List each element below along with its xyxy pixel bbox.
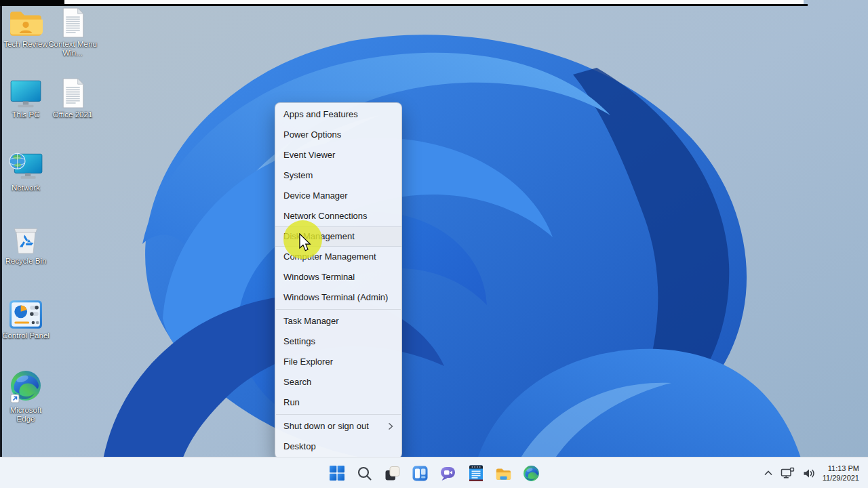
notepad-icon xyxy=(468,464,484,482)
menu-item-power-options[interactable]: Power Options xyxy=(275,125,401,145)
search-icon xyxy=(357,466,372,481)
widgets-button[interactable] xyxy=(412,465,429,482)
menu-item-system[interactable]: System xyxy=(275,165,401,186)
taskbar: 11:13 PM 11/29/2021 xyxy=(0,457,868,488)
desktop-icon-label: Network xyxy=(12,184,40,192)
this-pc-icon xyxy=(9,76,43,108)
top-dark-strip xyxy=(64,4,808,6)
taskbar-center-group xyxy=(0,458,868,488)
desktop-icon-context-menu-doc[interactable]: Context Menu Win... xyxy=(46,5,99,58)
chevron-right-icon xyxy=(388,422,393,430)
menu-item-device-manager[interactable]: Device Manager xyxy=(275,186,401,206)
clock-time: 11:13 PM xyxy=(823,464,859,473)
menu-item-shut-down-or-sign-out[interactable]: Shut down or sign out xyxy=(275,416,401,436)
menu-item-label: Shut down or sign out xyxy=(283,416,369,436)
network-tray-button[interactable] xyxy=(781,467,795,479)
chat-icon xyxy=(439,465,456,482)
network-tray-icon xyxy=(781,467,795,479)
start-button[interactable] xyxy=(328,465,345,482)
menu-item-search[interactable]: Search xyxy=(275,372,401,392)
chevron-up-icon xyxy=(764,470,773,476)
menu-separator xyxy=(276,309,401,310)
shared-folder-icon xyxy=(9,5,43,38)
desktop-icon-this-pc[interactable]: This PC xyxy=(0,76,52,119)
search-button[interactable] xyxy=(356,465,373,482)
desktop-icon-label: This PC xyxy=(12,110,40,119)
desktop-icon-tech-review[interactable]: Tech Review xyxy=(0,5,52,49)
notepad-button[interactable] xyxy=(467,465,484,482)
file-explorer-button[interactable] xyxy=(495,465,512,482)
desktop-icon-label: Context Menu Win... xyxy=(47,40,98,58)
menu-item-windows-terminal-admin[interactable]: Windows Terminal (Admin) xyxy=(275,287,401,308)
text-document-icon xyxy=(61,5,85,38)
text-document-icon xyxy=(61,76,85,108)
edge-icon xyxy=(523,465,540,482)
menu-item-desktop[interactable]: Desktop xyxy=(275,436,401,457)
system-tray: 11:13 PM 11/29/2021 xyxy=(764,458,868,488)
menu-item-file-explorer[interactable]: File Explorer xyxy=(275,352,401,372)
edge-taskbar-button[interactable] xyxy=(523,465,540,482)
menu-item-windows-terminal[interactable]: Windows Terminal xyxy=(275,267,401,287)
edge-icon xyxy=(9,371,42,404)
desktop-icon-recycle-bin[interactable]: Recycle Bin xyxy=(0,222,52,266)
desktop-icon-network[interactable]: Network xyxy=(0,149,52,192)
task-view-icon xyxy=(384,465,401,482)
desktop-icon-label: Tech Review xyxy=(3,40,47,49)
clock-date: 11/29/2021 xyxy=(823,473,859,483)
volume-icon xyxy=(802,468,815,479)
mouse-cursor-arrow xyxy=(298,233,312,253)
winx-context-menu: Apps and Features Power Options Event Vi… xyxy=(275,102,402,459)
windows-11-desktop: Tech Review Context Menu Win... xyxy=(0,0,868,488)
desktop-icon-label: Microsoft Edge xyxy=(0,406,52,424)
chat-button[interactable] xyxy=(439,465,456,482)
wallpaper-bloom xyxy=(0,0,868,488)
network-icon xyxy=(8,149,43,182)
menu-item-apps-and-features[interactable]: Apps and Features xyxy=(275,104,401,125)
menu-item-settings[interactable]: Settings xyxy=(275,331,401,352)
recycle-bin-icon xyxy=(12,222,40,255)
file-explorer-icon xyxy=(495,466,512,481)
desktop-icon-control-panel[interactable]: Control Panel xyxy=(0,297,52,340)
start-icon xyxy=(329,465,345,481)
taskbar-clock[interactable]: 11:13 PM 11/29/2021 xyxy=(823,464,859,483)
menu-item-run[interactable]: Run xyxy=(275,392,401,413)
volume-button[interactable] xyxy=(802,468,815,479)
desktop-icon-label: Office 2021 xyxy=(53,110,93,119)
desktop-icon-label: Recycle Bin xyxy=(5,257,47,266)
menu-item-event-viewer[interactable]: Event Viewer xyxy=(275,145,401,165)
menu-separator xyxy=(276,414,401,415)
control-panel-icon xyxy=(9,297,43,329)
task-view-button[interactable] xyxy=(384,465,401,482)
desktop-icon-office-2021[interactable]: Office 2021 xyxy=(46,76,99,119)
widgets-icon xyxy=(412,465,429,482)
menu-item-task-manager[interactable]: Task Manager xyxy=(275,311,401,331)
desktop-icon-microsoft-edge[interactable]: Microsoft Edge xyxy=(0,371,52,424)
desktop-icon-label: Control Panel xyxy=(2,331,50,340)
hidden-icons-button[interactable] xyxy=(764,470,773,476)
